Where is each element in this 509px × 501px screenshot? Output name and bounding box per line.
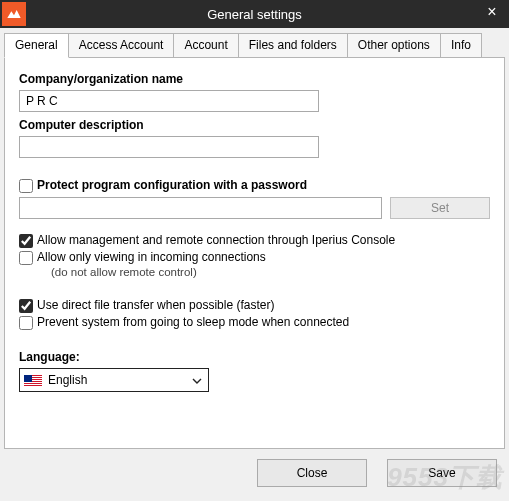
tab-panel-general: Company/organization name Computer descr… bbox=[4, 57, 505, 449]
prevent-sleep-label: Prevent system from going to sleep mode … bbox=[37, 315, 349, 329]
tab-info[interactable]: Info bbox=[440, 33, 482, 58]
language-label: Language: bbox=[19, 350, 490, 364]
description-label: Computer description bbox=[19, 118, 490, 132]
direct-transfer-label: Use direct file transfer when possible (… bbox=[37, 298, 274, 312]
language-select[interactable]: English bbox=[19, 368, 209, 392]
allow-viewing-checkbox[interactable] bbox=[19, 251, 33, 265]
language-value: English bbox=[48, 373, 87, 387]
allow-viewing-label: Allow only viewing in incoming connectio… bbox=[37, 250, 266, 264]
company-label: Company/organization name bbox=[19, 72, 490, 86]
window-title: General settings bbox=[0, 7, 509, 22]
save-button[interactable]: Save bbox=[387, 459, 497, 487]
tab-other-options[interactable]: Other options bbox=[347, 33, 441, 58]
allow-management-checkbox[interactable] bbox=[19, 234, 33, 248]
protect-password-checkbox[interactable] bbox=[19, 179, 33, 193]
direct-transfer-checkbox[interactable] bbox=[19, 299, 33, 313]
tab-strip: General Access Account Account Files and… bbox=[0, 28, 509, 57]
title-bar: General settings × bbox=[0, 0, 509, 28]
tab-general[interactable]: General bbox=[4, 33, 69, 58]
flag-uk-icon bbox=[24, 375, 42, 386]
app-icon bbox=[2, 2, 26, 26]
protect-password-label: Protect program configuration with a pas… bbox=[37, 178, 307, 192]
tab-account[interactable]: Account bbox=[173, 33, 238, 58]
tab-files-folders[interactable]: Files and folders bbox=[238, 33, 348, 58]
close-icon[interactable]: × bbox=[481, 2, 503, 24]
company-input[interactable] bbox=[19, 90, 319, 112]
allow-management-label: Allow management and remote connection t… bbox=[37, 233, 395, 247]
description-input[interactable] bbox=[19, 136, 319, 158]
chevron-down-icon bbox=[192, 375, 202, 389]
set-button: Set bbox=[390, 197, 490, 219]
prevent-sleep-checkbox[interactable] bbox=[19, 316, 33, 330]
tab-access-account[interactable]: Access Account bbox=[68, 33, 175, 58]
password-input[interactable] bbox=[19, 197, 382, 219]
button-bar: Close Save bbox=[0, 449, 509, 501]
allow-viewing-sub: (do not allow remote control) bbox=[51, 266, 490, 278]
close-button[interactable]: Close bbox=[257, 459, 367, 487]
